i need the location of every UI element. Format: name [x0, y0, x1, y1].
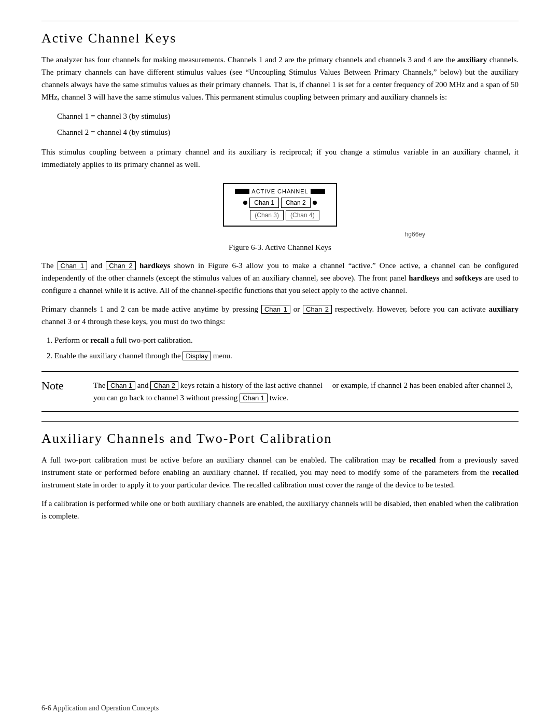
section2-title: Auxiliary Channels and Two-Port Calibrat… [41, 431, 519, 446]
chan3-btn: (Chan 3) [250, 210, 284, 220]
chan2-inline-key3: Chan 2 [150, 381, 178, 390]
dot-right [313, 201, 317, 205]
chan4-btn: (Chan 4) [286, 210, 319, 220]
coupling2: Channel 2 = channel 4 (by stimulus) [57, 125, 519, 139]
coupling1: Channel 1 = channel 3 (by stimulus) [57, 109, 519, 123]
chan1-inline-key4: Chan 1 [240, 394, 268, 402]
note-label: Note [41, 379, 93, 404]
active-channel-diagram-label: ACTIVE CHANNEL [251, 188, 308, 194]
section1-para-primary: Primary channels 1 and 2 can be made act… [41, 303, 519, 328]
section1-para1: The analyzer has four channels for makin… [41, 53, 519, 103]
display-key: Display [183, 352, 211, 360]
channel-buttons-row2: (Chan 3) (Chan 4) [231, 210, 329, 220]
chan1-inline-key2: Chan 1 [261, 305, 290, 314]
note-box: Note The Chan 1 and Chan 2 keys retain a… [41, 371, 519, 412]
figure-container: ACTIVE CHANNEL Chan 1 Chan 2 (Chan 3) (C… [41, 183, 519, 227]
bar-left [235, 189, 249, 194]
chan1-btn: Chan 1 [249, 198, 279, 208]
active-channel-label-bar: ACTIVE CHANNEL [231, 188, 329, 194]
note-content: The Chan 1 and Chan 2 keys retain a hist… [93, 379, 519, 404]
chan1-inline-key1: Chan 1 [58, 261, 87, 270]
figure-caption: Figure 6-3. Active Channel Keys [41, 243, 519, 252]
section1-para-reciprocal: This stimulus coupling between a primary… [41, 146, 519, 171]
dot-left [243, 201, 247, 205]
chan1-inline-key3: Chan 1 [107, 381, 135, 390]
page: Active Channel Keys The analyzer has fou… [0, 0, 560, 728]
section2-para1: A full two-port calibration must be acti… [41, 454, 519, 491]
active-channel-diagram: ACTIVE CHANNEL Chan 1 Chan 2 (Chan 3) (C… [223, 183, 337, 227]
channel-buttons-row1: Chan 1 Chan 2 [231, 198, 329, 208]
footer-text: 6-6 Application and Operation Concepts [41, 704, 159, 712]
section1-title: Active Channel Keys [41, 31, 519, 46]
bar-right [311, 189, 325, 194]
chan2-inline-key1: Chan 2 [106, 261, 135, 270]
top-rule [41, 21, 519, 21]
chan2-inline-key2: Chan 2 [303, 305, 332, 314]
figure-id: hg66ey [41, 231, 425, 238]
chan2-btn: Chan 2 [281, 198, 311, 208]
section1-bottom-rule [41, 421, 519, 422]
list-item-2: 2. Enable the auxiliary channel through … [47, 349, 519, 362]
section2-para2: If a calibration is performed while one … [41, 497, 519, 522]
section1-para-hardkeys: The Chan 1 and Chan 2 hardkeys shown in … [41, 259, 519, 297]
footer: 6-6 Application and Operation Concepts [41, 704, 159, 712]
list-item-1: 1. Perform or recall a full two-port cal… [47, 334, 519, 346]
